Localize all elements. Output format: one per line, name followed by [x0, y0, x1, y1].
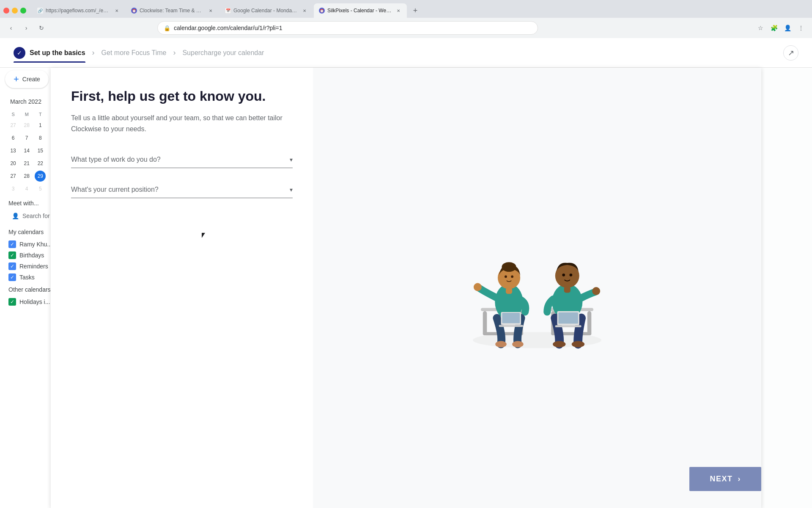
- browser-tab-4[interactable]: ⏰ SilkPixels - Calendar - Week of... ✕: [314, 3, 407, 18]
- close-icon: ↗: [788, 48, 794, 58]
- address-bar-row: ‹ › ↻ 🔒 calendar.google.com/calendar/u/1…: [0, 18, 812, 38]
- extension-button[interactable]: 🧩: [768, 22, 780, 34]
- new-tab-button[interactable]: +: [409, 5, 421, 17]
- window-controls: [3, 8, 26, 14]
- forward-button[interactable]: ›: [20, 22, 32, 34]
- browser-toolbar: ☆ 🧩 👤 ⋮: [754, 22, 807, 34]
- svg-point-28: [572, 341, 584, 347]
- work-type-label: What type of work do you do?: [71, 156, 161, 163]
- wizard-header: ✓ Set up the basics › Get more Focus Tim…: [0, 38, 812, 68]
- work-type-chevron-icon: ▾: [290, 156, 293, 163]
- bookmark-button[interactable]: ☆: [754, 22, 766, 34]
- browser-chrome: 🔗 https://pageflows.com/_/email... ✕ ⏰ C…: [0, 0, 812, 38]
- modal-title: First, help us get to know you.: [71, 88, 293, 104]
- browser-tab-1[interactable]: 🔗 https://pageflows.com/_/email... ✕: [32, 3, 125, 18]
- tab-favicon-1: 🔗: [37, 8, 43, 14]
- svg-rect-2: [483, 311, 487, 335]
- position-dropdown[interactable]: What's your current position? ▾: [71, 182, 293, 198]
- svg-point-27: [553, 341, 565, 347]
- tab-favicon-3: 📅: [225, 8, 231, 14]
- address-bar[interactable]: 🔒 calendar.google.com/calendar/u/1/r?pli…: [157, 21, 538, 35]
- tab-title-1: https://pageflows.com/_/email...: [46, 8, 111, 14]
- svg-point-17: [512, 341, 524, 347]
- refresh-button[interactable]: ↻: [36, 22, 47, 34]
- tab-close-2[interactable]: ✕: [207, 7, 214, 14]
- onboarding-illustration: [457, 220, 617, 356]
- tab-close-1[interactable]: ✕: [113, 7, 120, 14]
- step-2-label: Get more Focus Time: [102, 49, 167, 57]
- step-1-label: Set up the basics: [30, 49, 85, 57]
- wizard-step-2[interactable]: Get more Focus Time: [102, 46, 167, 60]
- svg-point-12: [505, 276, 507, 278]
- profile-button[interactable]: 👤: [782, 22, 793, 34]
- svg-point-26: [592, 287, 600, 295]
- next-arrow-icon: ›: [738, 475, 741, 483]
- svg-point-13: [511, 276, 513, 278]
- svg-point-16: [495, 341, 507, 347]
- modal-right-panel: [313, 68, 761, 508]
- wizard-step-1[interactable]: ✓ Set up the basics: [14, 44, 85, 62]
- step-separator-1: ›: [92, 48, 95, 57]
- tab-favicon-2: ⏰: [131, 8, 137, 14]
- modal-left-panel: First, help us get to know you. Tell us …: [51, 68, 313, 508]
- svg-rect-7: [587, 311, 592, 335]
- tab-title-4: SilkPixels - Calendar - Week of...: [327, 8, 392, 14]
- tab-title-2: Clockwise: Team Time & Calen...: [140, 8, 205, 14]
- minimize-window-button[interactable]: [12, 8, 18, 14]
- step-separator-2: ›: [173, 48, 176, 57]
- tab-close-3[interactable]: ✕: [301, 7, 308, 14]
- svg-point-23: [562, 273, 565, 276]
- close-window-button[interactable]: [3, 8, 9, 14]
- menu-button[interactable]: ⋮: [795, 22, 807, 34]
- work-type-dropdown[interactable]: What type of work do you do? ▾: [71, 152, 293, 168]
- tab-favicon-4: ⏰: [319, 8, 325, 14]
- position-chevron-icon: ▾: [290, 186, 293, 193]
- svg-rect-25: [564, 287, 571, 293]
- browser-tab-3[interactable]: 📅 Google Calendar - Monday, 28... ✕: [220, 3, 313, 18]
- position-label: What's your current position?: [71, 186, 159, 193]
- step-1-icon: ✓: [14, 47, 25, 59]
- browser-tab-2[interactable]: ⏰ Clockwise: Team Time & Calen... ✕: [126, 3, 219, 18]
- modal-subtitle: Tell us a little about yourself and your…: [71, 113, 293, 134]
- url-text: calendar.google.com/calendar/u/1/r?pli=1: [174, 25, 282, 31]
- tab-title-3: Google Calendar - Monday, 28...: [233, 8, 299, 14]
- tab-bar: 🔗 https://pageflows.com/_/email... ✕ ⏰ C…: [0, 0, 812, 18]
- svg-rect-19: [502, 313, 520, 323]
- svg-point-11: [502, 262, 516, 272]
- svg-rect-30: [558, 312, 578, 324]
- maximize-window-button[interactable]: [20, 8, 26, 14]
- svg-rect-20: [499, 325, 523, 327]
- step-3-label: Supercharge your calendar: [182, 49, 264, 57]
- tab-close-4[interactable]: ✕: [395, 7, 402, 14]
- wizard-modal: ✓ Set up the basics › Get more Focus Tim…: [0, 38, 812, 508]
- svg-point-15: [474, 283, 482, 291]
- wizard-close-button[interactable]: ↗: [783, 45, 798, 61]
- svg-rect-31: [555, 325, 582, 327]
- back-button[interactable]: ‹: [5, 22, 17, 34]
- svg-rect-14: [506, 288, 512, 294]
- next-button[interactable]: NEXT ›: [689, 467, 761, 491]
- next-label: NEXT: [710, 475, 732, 483]
- modal-content: First, help us get to know you. Tell us …: [51, 68, 761, 508]
- svg-point-24: [569, 273, 572, 276]
- wizard-step-3[interactable]: Supercharge your calendar: [182, 46, 264, 60]
